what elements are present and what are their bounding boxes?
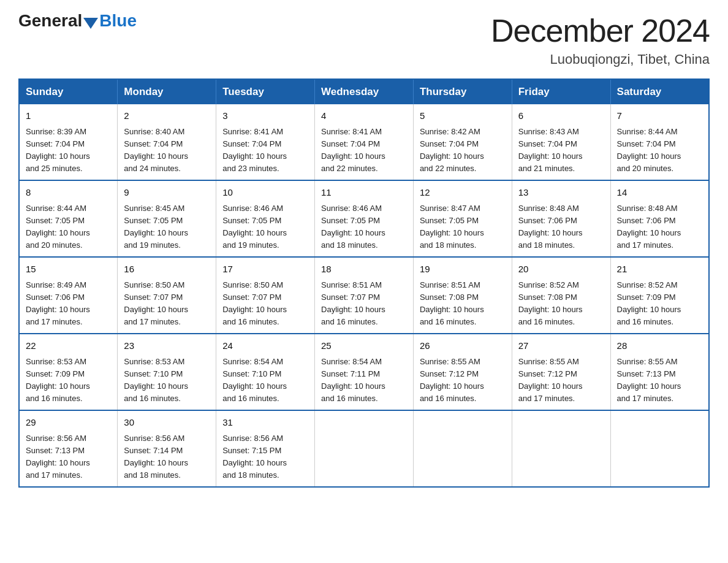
day-info: Sunrise: 8:53 AMSunset: 7:10 PMDaylight:… [124, 356, 210, 405]
calendar-cell: 11Sunrise: 8:46 AMSunset: 7:05 PMDayligh… [315, 180, 414, 257]
calendar-cell: 18Sunrise: 8:51 AMSunset: 7:07 PMDayligh… [315, 257, 414, 334]
calendar-cell: 28Sunrise: 8:55 AMSunset: 7:13 PMDayligh… [610, 334, 709, 410]
page-header: General Blue December 2024 Luobuqiongzi,… [18, 12, 710, 67]
day-info: Sunrise: 8:47 AMSunset: 7:05 PMDaylight:… [420, 202, 506, 252]
day-number: 31 [222, 416, 308, 430]
day-number: 21 [617, 262, 702, 277]
day-number: 3 [222, 109, 308, 123]
calendar-week-4: 22Sunrise: 8:53 AMSunset: 7:09 PMDayligh… [19, 334, 709, 410]
calendar-week-1: 1Sunrise: 8:39 AMSunset: 7:04 PMDaylight… [19, 104, 709, 180]
logo-arrow-icon [83, 18, 98, 29]
day-number: 7 [617, 109, 702, 123]
calendar-cell: 16Sunrise: 8:50 AMSunset: 7:07 PMDayligh… [118, 257, 216, 334]
day-number: 13 [518, 186, 604, 200]
calendar-cell: 27Sunrise: 8:55 AMSunset: 7:12 PMDayligh… [512, 334, 610, 410]
day-number: 29 [26, 416, 111, 430]
calendar-cell: 26Sunrise: 8:55 AMSunset: 7:12 PMDayligh… [413, 334, 512, 410]
calendar-cell: 29Sunrise: 8:56 AMSunset: 7:13 PMDayligh… [19, 410, 118, 487]
logo-blue-text: Blue [99, 12, 137, 29]
day-number: 25 [321, 339, 407, 353]
calendar-cell: 5Sunrise: 8:42 AMSunset: 7:04 PMDaylight… [413, 104, 512, 180]
day-info: Sunrise: 8:49 AMSunset: 7:06 PMDaylight:… [26, 279, 111, 329]
calendar-cell: 30Sunrise: 8:56 AMSunset: 7:14 PMDayligh… [118, 410, 216, 487]
day-info: Sunrise: 8:44 AMSunset: 7:04 PMDaylight:… [617, 126, 702, 175]
calendar-cell: 3Sunrise: 8:41 AMSunset: 7:04 PMDaylight… [216, 104, 315, 180]
day-number: 19 [420, 262, 506, 277]
day-number: 30 [124, 416, 210, 430]
calendar-cell: 9Sunrise: 8:45 AMSunset: 7:05 PMDaylight… [118, 180, 216, 257]
logo: General Blue [18, 12, 137, 29]
calendar-cell: 25Sunrise: 8:54 AMSunset: 7:11 PMDayligh… [315, 334, 414, 410]
calendar-cell: 22Sunrise: 8:53 AMSunset: 7:09 PMDayligh… [19, 334, 118, 410]
day-number: 17 [222, 262, 308, 277]
day-info: Sunrise: 8:46 AMSunset: 7:05 PMDaylight:… [222, 202, 308, 252]
day-info: Sunrise: 8:56 AMSunset: 7:14 PMDaylight:… [124, 432, 210, 482]
calendar-cell [610, 410, 709, 487]
calendar-cell: 10Sunrise: 8:46 AMSunset: 7:05 PMDayligh… [216, 180, 315, 257]
calendar-cell [315, 410, 414, 487]
day-number: 24 [222, 339, 308, 353]
calendar-table: SundayMondayTuesdayWednesdayThursdayFrid… [18, 79, 710, 488]
day-info: Sunrise: 8:52 AMSunset: 7:09 PMDaylight:… [617, 279, 702, 329]
day-header-friday: Friday [512, 79, 610, 104]
calendar-cell: 21Sunrise: 8:52 AMSunset: 7:09 PMDayligh… [610, 257, 709, 334]
calendar-cell: 13Sunrise: 8:48 AMSunset: 7:06 PMDayligh… [512, 180, 610, 257]
day-number: 8 [26, 186, 111, 200]
day-info: Sunrise: 8:52 AMSunset: 7:08 PMDaylight:… [518, 279, 604, 329]
calendar-week-2: 8Sunrise: 8:44 AMSunset: 7:05 PMDaylight… [19, 180, 709, 257]
day-number: 15 [26, 262, 111, 277]
calendar-cell: 17Sunrise: 8:50 AMSunset: 7:07 PMDayligh… [216, 257, 315, 334]
calendar-cell [512, 410, 610, 487]
calendar-cell: 19Sunrise: 8:51 AMSunset: 7:08 PMDayligh… [413, 257, 512, 334]
calendar-cell: 7Sunrise: 8:44 AMSunset: 7:04 PMDaylight… [610, 104, 709, 180]
day-info: Sunrise: 8:50 AMSunset: 7:07 PMDaylight:… [124, 279, 210, 329]
day-header-thursday: Thursday [413, 79, 512, 104]
calendar-cell: 24Sunrise: 8:54 AMSunset: 7:10 PMDayligh… [216, 334, 315, 410]
day-number: 20 [518, 262, 604, 277]
day-number: 14 [617, 186, 702, 200]
calendar-cell: 4Sunrise: 8:41 AMSunset: 7:04 PMDaylight… [315, 104, 414, 180]
day-info: Sunrise: 8:55 AMSunset: 7:12 PMDaylight:… [420, 356, 506, 405]
day-info: Sunrise: 8:41 AMSunset: 7:04 PMDaylight:… [222, 126, 308, 175]
day-header-monday: Monday [118, 79, 216, 104]
calendar-cell: 20Sunrise: 8:52 AMSunset: 7:08 PMDayligh… [512, 257, 610, 334]
day-info: Sunrise: 8:45 AMSunset: 7:05 PMDaylight:… [124, 202, 210, 252]
day-number: 12 [420, 186, 506, 200]
day-number: 16 [124, 262, 210, 277]
calendar-cell: 14Sunrise: 8:48 AMSunset: 7:06 PMDayligh… [610, 180, 709, 257]
calendar-cell: 2Sunrise: 8:40 AMSunset: 7:04 PMDaylight… [118, 104, 216, 180]
location-title: Luobuqiongzi, Tibet, China [491, 52, 710, 67]
day-info: Sunrise: 8:56 AMSunset: 7:15 PMDaylight:… [222, 432, 308, 482]
calendar-cell: 31Sunrise: 8:56 AMSunset: 7:15 PMDayligh… [216, 410, 315, 487]
day-info: Sunrise: 8:51 AMSunset: 7:07 PMDaylight:… [321, 279, 407, 329]
day-info: Sunrise: 8:40 AMSunset: 7:04 PMDaylight:… [124, 126, 210, 175]
day-number: 10 [222, 186, 308, 200]
calendar-cell: 8Sunrise: 8:44 AMSunset: 7:05 PMDaylight… [19, 180, 118, 257]
day-info: Sunrise: 8:39 AMSunset: 7:04 PMDaylight:… [26, 126, 111, 175]
day-info: Sunrise: 8:56 AMSunset: 7:13 PMDaylight:… [26, 432, 111, 482]
day-number: 26 [420, 339, 506, 353]
day-info: Sunrise: 8:48 AMSunset: 7:06 PMDaylight:… [518, 202, 604, 252]
day-number: 22 [26, 339, 111, 353]
title-area: December 2024 Luobuqiongzi, Tibet, China [491, 12, 710, 67]
calendar-cell: 23Sunrise: 8:53 AMSunset: 7:10 PMDayligh… [118, 334, 216, 410]
month-year-title: December 2024 [491, 12, 710, 49]
day-info: Sunrise: 8:44 AMSunset: 7:05 PMDaylight:… [26, 202, 111, 252]
day-header-saturday: Saturday [610, 79, 709, 104]
day-number: 28 [617, 339, 702, 353]
day-info: Sunrise: 8:55 AMSunset: 7:13 PMDaylight:… [617, 356, 702, 405]
day-info: Sunrise: 8:43 AMSunset: 7:04 PMDaylight:… [518, 126, 604, 175]
day-number: 6 [518, 109, 604, 123]
day-number: 11 [321, 186, 407, 200]
logo-area: General Blue [18, 12, 137, 29]
day-number: 23 [124, 339, 210, 353]
day-info: Sunrise: 8:54 AMSunset: 7:10 PMDaylight:… [222, 356, 308, 405]
day-info: Sunrise: 8:41 AMSunset: 7:04 PMDaylight:… [321, 126, 407, 175]
calendar-cell [413, 410, 512, 487]
day-number: 4 [321, 109, 407, 123]
calendar-week-5: 29Sunrise: 8:56 AMSunset: 7:13 PMDayligh… [19, 410, 709, 487]
day-number: 18 [321, 262, 407, 277]
day-info: Sunrise: 8:54 AMSunset: 7:11 PMDaylight:… [321, 356, 407, 405]
day-info: Sunrise: 8:46 AMSunset: 7:05 PMDaylight:… [321, 202, 407, 252]
day-number: 1 [26, 109, 111, 123]
